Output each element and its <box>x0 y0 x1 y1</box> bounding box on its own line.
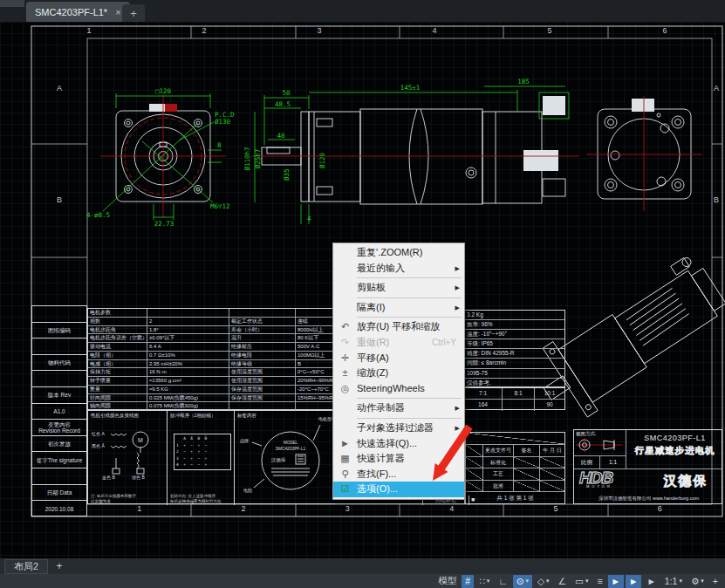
menu-item[interactable]: ↶ 放弃(U) 平移和缩放 ▶ <box>333 319 464 335</box>
spec-value: 0.7 Ω±10% <box>147 352 229 359</box>
spec-value: ±0.09°以下 <box>147 334 229 342</box>
menu-item-label: SteeringWheels <box>357 383 425 393</box>
spec-label: 保持力矩 <box>88 368 147 376</box>
menu-item[interactable]: ◎ SteeringWheels ▶ <box>333 381 464 397</box>
spec-label <box>229 309 296 317</box>
new-drawing-tab-button[interactable]: + <box>122 4 145 22</box>
menu-item[interactable]: 最近的输入 ▶ <box>333 261 464 277</box>
ratio-header: 8:1 <box>503 388 535 400</box>
svg-text:Ø25h7: Ø25h7 <box>254 149 262 169</box>
customization-icon[interactable]: +▾ <box>709 575 722 588</box>
svg-text:50: 50 <box>282 89 291 97</box>
ortho-mode-icon[interactable]: ∟▾ <box>495 575 510 588</box>
menu-item[interactable]: ↷ 重做(R) Ctrl+Y ▶ <box>333 335 464 351</box>
caret-down-icon[interactable]: ▾ <box>487 578 490 585</box>
pulse-table-row: 1 + − + − <box>176 442 229 449</box>
spec-value: 2 <box>147 318 229 325</box>
spec-label: 电机步距角 <box>88 326 147 334</box>
spec-label: 保存湿度范围 <box>229 394 296 402</box>
menu-item[interactable]: 隔离(I) ▶ <box>333 300 464 316</box>
options-icon: ☑ <box>338 482 352 497</box>
submenu-arrow-icon: ▶ <box>455 280 460 296</box>
pulse-table-row: 3 − + − + <box>176 455 229 462</box>
signoff-header: 更改文件号 <box>483 445 514 457</box>
zone-number: 3 <box>296 504 400 513</box>
svg-text:M: M <box>138 437 143 443</box>
isodraft-icon[interactable]: ∠▾ <box>555 575 570 588</box>
polar-tracking-icon[interactable]: ⊙▾ <box>513 575 532 588</box>
menu-item[interactable]: ✛ 平移(A) ▶ <box>333 351 464 366</box>
signoff-header: 签名 <box>514 445 540 457</box>
object-snap-icon[interactable]: ◇▾ <box>534 575 553 588</box>
menu-item-label: 快速选择(Q)... <box>357 438 417 448</box>
revision-table-row: A1.0 <box>32 404 86 420</box>
scale-label: 比例 <box>574 456 600 468</box>
drawing-canvas[interactable]: □120 P.C.D Ø130 4-ø8.5 M6▽12 22.73 8 <box>0 22 725 558</box>
annotation-autoscale-icon[interactable]: ►▾ <box>626 575 641 588</box>
quick-calculator-icon: ▦ <box>338 451 352 467</box>
svg-text:M6▽12: M6▽12 <box>210 202 230 210</box>
layout-tab[interactable]: 布局2 <box>4 559 48 574</box>
menu-item-label: 平移(A) <box>357 352 389 363</box>
menu-item-label: 查找(F)... <box>357 468 396 479</box>
projection-method-box: 视图方式: <box>574 430 626 456</box>
caret-down-icon[interactable]: ▾ <box>546 578 550 585</box>
lineweight-icon[interactable]: ≡▾ <box>593 575 605 588</box>
pulse-note: 初始方向: 按上述脉冲顺序 电机从轴伸端看为顺时针方向 <box>170 494 222 503</box>
wiring-diagram-cell: 电机引线颜色及接线图 ​ 红色 A 黑色 Ā M 蓝色 B 绿色 B̄ <box>88 411 167 505</box>
menu-item-shortcut: Ctrl+Y <box>432 335 456 351</box>
snap-mode-icon[interactable]: ∷▾ <box>475 575 493 588</box>
part-box: SMC4203PF-L1 行星减速步进电机 <box>626 430 723 469</box>
scale-value: 1:1 <box>600 456 626 468</box>
menu-item-label: 子对象选择过滤器 <box>357 422 434 433</box>
status-item-text: 1:1 <box>665 576 678 586</box>
status-item-glyph: ∟ <box>498 576 507 586</box>
menu-item[interactable]: ± 缩放(Z) ▶ <box>333 366 464 381</box>
selection-cycling-icon[interactable]: ▭▾ <box>571 575 592 588</box>
file-tab[interactable]: SMC4203PF-L1* × <box>26 2 130 22</box>
zone-numbers-bottom: 123456 <box>87 504 712 513</box>
red-annotation-arrow <box>426 416 482 489</box>
zone-number: 2 <box>191 504 295 513</box>
spec-label: 相数 <box>88 318 147 325</box>
menu-item[interactable]: 重复'.ZOOM(R) ▶ <box>333 245 464 261</box>
pulse-table-row: 2 − + + − <box>176 448 229 455</box>
new-layout-button[interactable]: + <box>51 560 67 572</box>
caret-down-icon[interactable]: ▾ <box>701 578 704 585</box>
revision-table-row <box>32 338 86 355</box>
spec-label: 绝缘等级 <box>229 360 296 368</box>
status-item-glyph: ≡ <box>597 576 602 586</box>
menu-item[interactable]: 剪贴板 ▶ <box>333 280 464 296</box>
grid-display-icon[interactable]: #▾ <box>462 575 474 588</box>
submenu-arrow-icon: ▶ <box>455 400 460 416</box>
status-item-glyph: ► <box>646 576 655 586</box>
svg-text:黑色 Ā: 黑色 Ā <box>92 443 105 448</box>
revision-table: 图纸编码物料代码版本 RevA1.0变更内容 Revision Record初次… <box>31 305 87 516</box>
status-item-glyph: ◇ <box>537 576 544 586</box>
spec-label: 保存温度范围 <box>229 386 296 393</box>
caret-down-icon[interactable]: ▾ <box>525 578 529 585</box>
annotation-monitor-icon[interactable]: ►▾ <box>643 575 659 588</box>
spec-value <box>147 309 229 317</box>
zone-letter-left-b: B <box>51 195 67 204</box>
menu-item-label: 放弃(U) 平移和缩放 <box>357 321 440 332</box>
pulse-table: A Ā B B̄1 + − + −2 − + + −3 − + − +4 + −… <box>174 434 231 470</box>
spec-label: 径向间隙 <box>88 394 147 402</box>
model-space-toggle[interactable]: 模型▾ <box>434 575 460 588</box>
spec-value: 2.95 mH±20% <box>147 360 229 368</box>
gear-ratio-table: 7:1 8:1 10:1 164 90 <box>463 387 565 410</box>
workspace-gear-icon[interactable]: ⚙▾ <box>687 575 708 588</box>
svg-text:4: 4 <box>307 215 311 222</box>
quick-select-icon: ► <box>338 436 352 452</box>
status-item-glyph: + <box>713 576 718 586</box>
redo-icon: ↷ <box>338 335 352 351</box>
close-tab-icon[interactable]: × <box>115 7 120 17</box>
menu-item[interactable]: 动作录制器 ▶ <box>333 400 464 416</box>
caret-down-icon[interactable]: ▾ <box>585 578 589 585</box>
file-tab-bar: SMC4203PF-L1* × + <box>0 0 725 22</box>
info-table-row: 精度: DIN 42955-R <box>464 349 564 359</box>
caret-down-icon[interactable]: ▾ <box>679 578 682 585</box>
annotation-visibility-icon[interactable]: ►▾ <box>608 575 624 588</box>
annotation-scale-label[interactable]: 1:1▾ <box>661 575 686 588</box>
projection-method-label: 视图方式: <box>574 430 626 438</box>
